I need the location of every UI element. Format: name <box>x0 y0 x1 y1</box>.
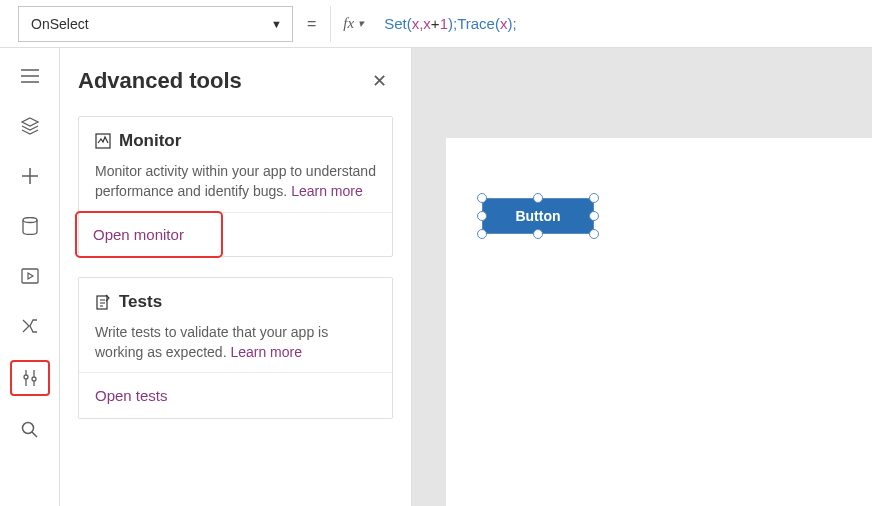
chevron-down-icon: ▼ <box>271 18 282 30</box>
canvas-screen[interactable] <box>446 138 872 506</box>
fx-label: fx <box>343 15 354 32</box>
fx-indicator[interactable]: fx ▾ <box>330 6 376 42</box>
tests-icon <box>95 294 111 310</box>
resize-handle[interactable] <box>477 193 487 203</box>
resize-handle[interactable] <box>589 193 599 203</box>
search-icon[interactable] <box>14 414 46 446</box>
open-monitor-button[interactable]: Open monitor <box>75 211 223 258</box>
plus-icon[interactable] <box>14 160 46 192</box>
canvas[interactable]: Button <box>412 48 872 506</box>
monitor-icon <box>95 133 111 149</box>
panel-header: Advanced tools ✕ <box>78 66 393 96</box>
tests-card: Tests Write tests to validate that your … <box>78 277 393 420</box>
tests-title: Tests <box>95 292 376 312</box>
tools-highlight <box>10 360 50 396</box>
svg-rect-1 <box>22 269 38 283</box>
formula-bar: OnSelect ▼ = fx ▾ Set( x, x+1 ); Trace( … <box>0 0 872 48</box>
resize-handle[interactable] <box>589 211 599 221</box>
left-rail <box>0 48 60 506</box>
formula-input[interactable]: Set( x, x+1 ); Trace( x ); <box>376 6 872 42</box>
resize-handle[interactable] <box>477 211 487 221</box>
button-label: Button <box>515 208 560 224</box>
tools-icon[interactable] <box>21 369 39 387</box>
property-dropdown[interactable]: OnSelect ▼ <box>18 6 293 42</box>
resize-handle[interactable] <box>477 229 487 239</box>
resize-handle[interactable] <box>589 229 599 239</box>
tests-learn-more[interactable]: Learn more <box>230 344 302 360</box>
monitor-desc: Monitor activity within your app to unde… <box>95 161 376 202</box>
open-tests-button[interactable]: Open tests <box>79 372 392 418</box>
resize-handle[interactable] <box>533 193 543 203</box>
tests-desc: Write tests to validate that your app is… <box>95 322 376 363</box>
monitor-action-row: Open monitor <box>79 212 392 258</box>
layers-icon[interactable] <box>14 110 46 142</box>
hamburger-icon[interactable] <box>14 60 46 92</box>
variables-icon[interactable] <box>14 310 46 342</box>
property-name: OnSelect <box>31 16 89 32</box>
monitor-learn-more[interactable]: Learn more <box>291 183 363 199</box>
close-icon[interactable]: ✕ <box>366 66 393 96</box>
monitor-title: Monitor <box>95 131 376 151</box>
resize-handle[interactable] <box>533 229 543 239</box>
svg-point-2 <box>22 423 33 434</box>
chevron-down-icon: ▾ <box>358 17 364 30</box>
svg-point-0 <box>23 218 37 223</box>
equals-sign: = <box>293 15 330 33</box>
canvas-button-control[interactable]: Button <box>482 198 594 234</box>
main-area: Advanced tools ✕ Monitor Monitor activit… <box>0 48 872 506</box>
media-icon[interactable] <box>14 260 46 292</box>
advanced-tools-panel: Advanced tools ✕ Monitor Monitor activit… <box>60 48 412 506</box>
panel-title: Advanced tools <box>78 68 242 94</box>
database-icon[interactable] <box>14 210 46 242</box>
monitor-card: Monitor Monitor activity within your app… <box>78 116 393 257</box>
